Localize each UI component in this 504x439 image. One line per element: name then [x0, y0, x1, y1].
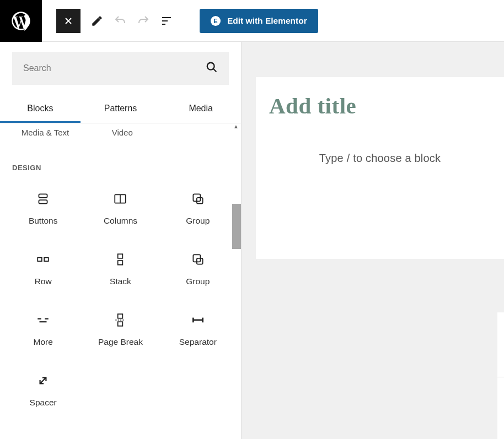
tab-patterns[interactable]: Patterns: [81, 96, 161, 123]
section-design: DESIGN: [0, 139, 241, 172]
spacer-icon: [36, 373, 50, 388]
group-icon: [191, 252, 205, 267]
block-hint-text[interactable]: Type / to choose a block: [269, 152, 491, 165]
top-actions: E Edit with Elementor: [42, 9, 318, 33]
svg-rect-10: [118, 261, 123, 265]
wordpress-logo[interactable]: [0, 0, 42, 42]
block-label: Buttons: [29, 216, 58, 226]
block-list: ▲ Media & Text Video DESIGN Buttons Colu…: [0, 123, 241, 439]
redo-icon[interactable]: [137, 14, 150, 28]
post-title-input[interactable]: Add title: [269, 93, 491, 119]
tab-blocks[interactable]: Blocks: [0, 96, 81, 123]
search-icon: [206, 61, 218, 75]
more-icon: [36, 313, 50, 327]
block-label: More: [34, 337, 53, 347]
svg-rect-9: [118, 254, 123, 258]
block-label: Group: [186, 216, 210, 226]
svg-rect-18: [118, 322, 123, 326]
inserter-tabs: Blocks Patterns Media: [0, 96, 241, 123]
row-icon: [36, 252, 50, 267]
block-group[interactable]: Group: [159, 178, 237, 239]
block-video[interactable]: Video: [112, 128, 133, 137]
group-icon: [191, 192, 205, 206]
block-label: Columns: [104, 216, 137, 226]
block-separator[interactable]: Separator: [159, 300, 237, 360]
editor-topbar: E Edit with Elementor: [0, 0, 504, 42]
svg-rect-1: [39, 194, 47, 198]
block-media-text[interactable]: Media & Text: [22, 128, 69, 137]
editor-canvas: Add title Type / to choose a block Yoast…: [242, 42, 504, 439]
columns-icon: [113, 192, 127, 206]
block-spacer[interactable]: Spacer: [4, 360, 82, 421]
prev-block-row: Media & Text Video: [0, 123, 241, 139]
svg-rect-8: [44, 258, 49, 262]
block-label: Stack: [110, 277, 131, 286]
block-label: Row: [35, 277, 52, 286]
yoast-tabs: SEO Readability Schema Social: [497, 353, 504, 377]
block-label: Separator: [179, 337, 217, 347]
yoast-title: Yoast SEO: [497, 322, 504, 353]
elementor-label: Edit with Elementor: [227, 16, 307, 26]
block-pagebreak[interactable]: Page Break: [82, 300, 159, 360]
block-label: Page Break: [98, 337, 143, 347]
yoast-panel: Yoast SEO SEO Readability Schema Social: [497, 312, 504, 439]
buttons-icon: [36, 192, 50, 206]
undo-icon[interactable]: [114, 14, 127, 28]
svg-point-0: [207, 63, 215, 70]
svg-rect-2: [39, 200, 47, 204]
block-more[interactable]: More: [4, 300, 82, 360]
svg-rect-7: [37, 258, 42, 262]
scrollbar-thumb[interactable]: [232, 204, 241, 249]
pagebreak-icon: [113, 313, 127, 327]
separator-icon: [191, 313, 205, 327]
scroll-up-arrow[interactable]: ▲: [233, 123, 240, 130]
block-label: Spacer: [30, 398, 57, 408]
edit-with-elementor-button[interactable]: E Edit with Elementor: [200, 9, 318, 33]
page-card: Add title Type / to choose a block: [256, 77, 504, 259]
search-input[interactable]: [23, 63, 179, 73]
tab-media[interactable]: Media: [160, 96, 241, 123]
document-overview-icon[interactable]: [160, 14, 173, 28]
block-search[interactable]: [12, 52, 229, 85]
block-label: Group: [186, 277, 210, 286]
block-stack[interactable]: Stack: [82, 239, 159, 300]
block-buttons[interactable]: Buttons: [4, 178, 82, 239]
edit-tool-icon[interactable]: [90, 14, 104, 28]
close-inserter-button[interactable]: [56, 9, 81, 33]
block-inserter-panel: Blocks Patterns Media ▲ Media & Text Vid…: [0, 42, 242, 439]
block-group-2[interactable]: Group: [159, 239, 237, 300]
stack-icon: [113, 252, 127, 267]
block-row[interactable]: Row: [4, 239, 82, 300]
elementor-icon: E: [211, 16, 221, 26]
block-columns[interactable]: Columns: [82, 178, 159, 239]
svg-rect-16: [118, 314, 123, 318]
